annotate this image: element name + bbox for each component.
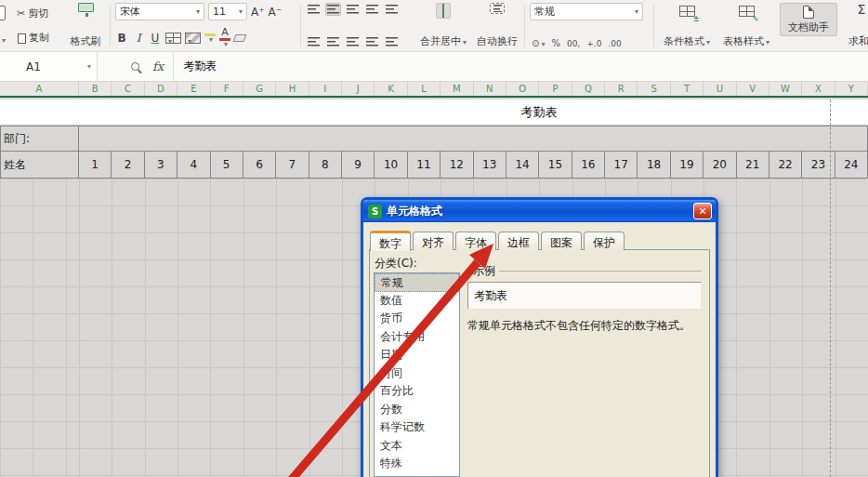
column-header[interactable]: K <box>375 82 407 96</box>
day-number-cell[interactable]: 20 <box>704 152 736 179</box>
copy-button[interactable]: 复制 <box>14 30 64 46</box>
fx-button[interactable]: fx <box>152 60 164 73</box>
days-row[interactable]: 姓名 1234567891011121314151617181920212223… <box>0 152 868 179</box>
day-number-cell[interactable]: 7 <box>276 152 309 179</box>
day-number-cell[interactable]: 18 <box>638 152 670 179</box>
align-center-button[interactable] <box>325 35 341 48</box>
category-item[interactable]: 常规 <box>375 273 459 292</box>
column-header[interactable]: N <box>474 82 506 96</box>
conditional-format-button[interactable]: ± 条件格式 <box>657 0 717 51</box>
column-header[interactable]: J <box>342 82 375 96</box>
category-item[interactable]: 会计专用 <box>375 328 459 347</box>
day-number-cell[interactable]: 22 <box>769 152 802 179</box>
borders-button[interactable] <box>165 33 181 44</box>
department-value-cell[interactable] <box>79 126 868 152</box>
format-tab[interactable]: 字体 <box>455 232 496 250</box>
align-middle-button[interactable] <box>325 3 341 16</box>
day-number-cell[interactable]: 10 <box>375 152 407 179</box>
increase-decimal-button[interactable]: +.0 <box>586 39 601 48</box>
day-number-cell[interactable]: 21 <box>737 152 769 179</box>
title-row[interactable]: 考勤表 <box>0 99 868 126</box>
format-tab[interactable]: 数字 <box>370 231 411 251</box>
clear-format-icon[interactable] <box>233 34 247 42</box>
align-top-button[interactable] <box>306 3 322 16</box>
category-item[interactable]: 文本 <box>375 437 459 456</box>
department-cell[interactable]: 部门: <box>0 126 79 152</box>
day-number-cell[interactable]: 2 <box>112 152 144 179</box>
day-number-cell[interactable]: 19 <box>671 152 704 179</box>
sum-button[interactable]: Σ 求和 <box>841 0 868 51</box>
number-format-select[interactable]: 常规 <box>530 3 643 20</box>
format-tab[interactable]: 对齐 <box>413 232 454 250</box>
wrap-text-button[interactable]: 自动换行 <box>473 0 521 51</box>
day-number-cell[interactable]: 15 <box>539 152 572 179</box>
dialog-title-bar[interactable]: S 单元格格式 ✕ <box>363 200 716 222</box>
category-item[interactable]: 货币 <box>375 310 459 328</box>
column-header[interactable]: B <box>79 82 112 96</box>
sheet-title-cell[interactable]: 考勤表 <box>502 99 576 126</box>
day-number-cell[interactable]: 14 <box>506 152 539 179</box>
column-header[interactable]: D <box>145 82 178 96</box>
name-header-cell[interactable]: 姓名 <box>0 152 79 179</box>
align-right-button[interactable] <box>345 35 361 48</box>
decrease-decimal-button[interactable]: .00 <box>608 39 621 48</box>
format-painter-button[interactable]: 格式刷 <box>64 0 107 51</box>
currency-format-button[interactable]: ⊙ <box>532 38 545 48</box>
grow-font-button[interactable]: A⁺ <box>251 6 265 19</box>
justify-button[interactable] <box>364 35 380 48</box>
day-number-cell[interactable]: 4 <box>178 152 210 179</box>
shrink-font-button[interactable]: A⁻ <box>269 6 283 19</box>
day-number-cell[interactable]: 24 <box>835 152 868 179</box>
column-header[interactable]: S <box>638 82 670 96</box>
column-header[interactable]: C <box>112 82 144 96</box>
align-left-button[interactable] <box>306 35 322 48</box>
cut-button[interactable]: ✂ 剪切 <box>14 6 64 21</box>
column-header[interactable]: Q <box>572 82 605 96</box>
italic-button[interactable]: I <box>132 32 145 45</box>
day-number-cell[interactable]: 9 <box>342 152 375 179</box>
day-number-cell[interactable]: 5 <box>211 152 243 179</box>
decrease-indent-button[interactable] <box>364 3 380 16</box>
category-listbox[interactable]: 常规数值货币会计专用日期时间百分比分数科学记数文本特殊 <box>374 272 460 477</box>
category-item[interactable]: 时间 <box>375 364 459 383</box>
paste-button[interactable]: ▾ <box>0 0 14 51</box>
column-header[interactable]: V <box>737 82 769 96</box>
day-number-cell[interactable]: 17 <box>605 152 638 179</box>
close-button[interactable]: ✕ <box>693 203 712 219</box>
merge-center-button[interactable]: 合并居中 <box>414 0 473 51</box>
column-header[interactable]: L <box>408 82 441 96</box>
category-item[interactable]: 百分比 <box>375 382 459 401</box>
category-item[interactable]: 科学记数 <box>375 418 459 437</box>
align-bottom-button[interactable] <box>345 3 361 16</box>
doc-assistant-button[interactable]: 文档助手 <box>776 0 841 51</box>
font-name-select[interactable]: 宋体 <box>115 3 204 20</box>
category-item[interactable]: 数值 <box>375 292 459 311</box>
day-number-cell[interactable]: 6 <box>243 152 276 179</box>
column-header[interactable]: O <box>506 82 539 96</box>
column-header[interactable]: X <box>802 82 835 96</box>
format-tab[interactable]: 保护 <box>584 232 625 250</box>
percent-format-button[interactable]: % <box>551 38 560 48</box>
name-box[interactable]: A1 ▾ <box>0 52 98 81</box>
day-number-cell[interactable]: 11 <box>408 152 441 179</box>
distributed-button[interactable] <box>384 35 400 48</box>
column-header[interactable]: W <box>769 82 802 96</box>
department-row[interactable]: 部门: <box>0 126 868 152</box>
underline-button[interactable]: U <box>149 32 162 45</box>
font-color-button[interactable]: A <box>219 27 230 48</box>
category-item[interactable]: 日期 <box>375 346 459 364</box>
font-size-select[interactable]: 11 <box>208 3 247 20</box>
category-item[interactable]: 特殊 <box>375 455 459 473</box>
day-number-cell[interactable]: 3 <box>145 152 178 179</box>
column-header[interactable]: H <box>276 82 309 96</box>
column-header[interactable]: M <box>441 82 473 96</box>
increase-indent-button[interactable] <box>384 3 400 16</box>
day-number-cell[interactable]: 12 <box>441 152 473 179</box>
format-tab[interactable]: 图案 <box>541 232 582 250</box>
day-number-cell[interactable]: 1 <box>79 152 112 179</box>
day-number-cell[interactable]: 13 <box>474 152 506 179</box>
column-header[interactable]: U <box>704 82 736 96</box>
column-header[interactable]: T <box>671 82 704 96</box>
column-header[interactable]: F <box>211 82 243 96</box>
cell-shading-button[interactable] <box>185 33 201 44</box>
